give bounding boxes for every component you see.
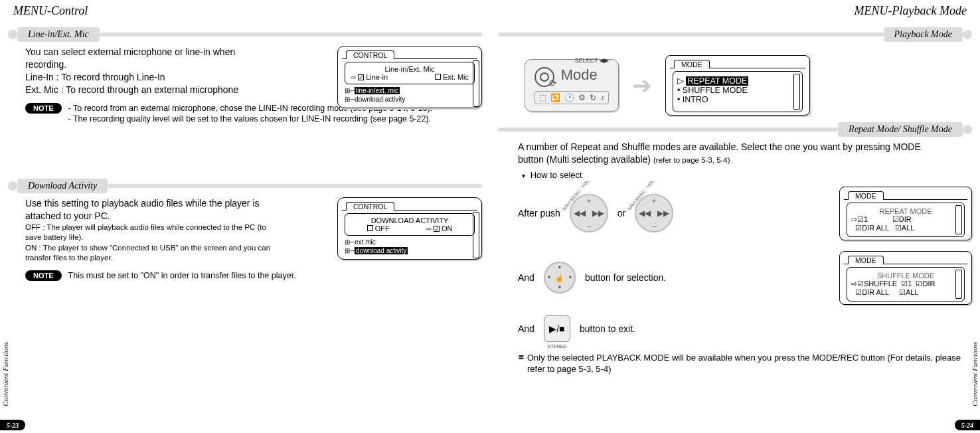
lcd-shuffle-mode: MODE SHUFFLE MODE ⇨☑SHUFFLE ☑1 ☑DIR ☑DIR… xyxy=(839,251,972,305)
bullet-icon-2: 〓 xyxy=(518,353,525,375)
lcd-repeat-mode: MODE REPEAT MODE ⇨☑1 ☑DIR ☑DIR ALL ☑ALL xyxy=(839,187,972,240)
page-right: MENU-Playback Mode Playback Mode SELECT … xyxy=(490,0,980,433)
lcd-control-download: CONTROL DOWNLOAD ACTIVITY OFF ⇨ ON ⊞─ext… xyxy=(337,197,482,260)
lcd-control-line-in: CONTROL Line-in/Ext. Mic ⇨ Line-in Ext. … xyxy=(337,46,482,108)
download-line2: ON : The player to show "Connected to US… xyxy=(25,243,278,264)
section-bar-download: Download Activity xyxy=(8,179,482,193)
mode-icon-row: ⬚🔁🕑⚙↻♪ xyxy=(534,91,609,104)
page-number-left: 5-23 xyxy=(0,420,25,430)
page-title-right: MENU-Playback Mode xyxy=(503,4,967,18)
note-pill: NOTE xyxy=(25,103,62,114)
playback-mode-diagram: SELECT ◀▶ Mode ⬚🔁🕑⚙↻♪ ➔ MODE ▷ REPEAT MO… xyxy=(525,55,972,116)
section-body-download: Use this setting to playback audio files… xyxy=(25,197,482,303)
download-line1: OFF : The player will playback audio fil… xyxy=(25,222,278,243)
note-text-2: This must be set to "ON" in order to tra… xyxy=(68,270,296,281)
arrow-icon: ➔ xyxy=(632,72,652,100)
section-heading-repeat-shuffle: Repeat Mode/ Shuffle Mode xyxy=(838,122,963,137)
bullet-icon: ▾ xyxy=(522,172,525,179)
mode-icon xyxy=(534,67,554,87)
section-heading-download: Download Activity xyxy=(17,179,108,193)
section-heading-playback: Playback Mode xyxy=(884,27,963,42)
section-body-line-in: You can select external microphone or li… xyxy=(25,46,482,172)
play-stop-button-icon: ▶/■STEREO xyxy=(544,315,570,342)
line-in-line1: Line-In : To record through Line-In xyxy=(25,71,278,84)
nav-pad-icon-2: NAVI·MENU · VOL ＋−◀◀▶▶ xyxy=(635,194,673,232)
footnote: 〓 Only the selected PLAYBACK MODE will b… xyxy=(518,353,972,375)
section-bar-repeat-shuffle: Repeat Mode/ Shuffle Mode xyxy=(498,122,972,137)
lcd-mode-list: MODE ▷ REPEAT MODE • SHUFFLE MODE • INTR… xyxy=(665,55,810,116)
mode-card: SELECT ◀▶ Mode ⬚🔁🕑⚙↻♪ xyxy=(525,59,619,112)
note-pill-2: NOTE xyxy=(25,270,62,281)
nav-pad-icon: NAVI·MENU · VOL ＋−◀◀▶▶ xyxy=(570,194,608,232)
side-label-right: Convenient Functions xyxy=(971,342,979,406)
how-to-select: How to select xyxy=(531,170,582,180)
side-label-left: Convenient Functions xyxy=(1,342,9,406)
section-bar-playback: Playback Mode xyxy=(498,27,972,42)
step-row-3: And ▶/■STEREO button to exit. xyxy=(518,315,972,342)
download-intro: Use this setting to playback audio files… xyxy=(25,197,278,222)
line-in-intro: You can select external microphone or li… xyxy=(25,46,278,71)
page-number-right: 5-24 xyxy=(955,420,980,430)
mode-label: Mode xyxy=(561,66,598,83)
page-left: MENU-Control Line-in/Ext. Mic You can se… xyxy=(0,0,490,433)
step-row-2: And •••• ☝ button for selection. MODE SH… xyxy=(518,251,972,305)
page-title-left: MENU-Control xyxy=(13,4,477,18)
section-heading-line-in: Line-in/Ext. Mic xyxy=(17,27,100,42)
select-tip: SELECT ◀▶ xyxy=(575,57,609,64)
nav-pad-press-icon: •••• ☝ xyxy=(544,262,576,294)
step-row-1: After push NAVI·MENU · VOL ＋−◀◀▶▶ or NAV… xyxy=(518,187,972,240)
repeat-intro-ref: (refer to page 5-3, 5-4) xyxy=(653,156,730,164)
line-in-line2: Ext. Mic : To record through an external… xyxy=(25,84,278,96)
section-bar-line-in: Line-in/Ext. Mic xyxy=(8,27,482,42)
